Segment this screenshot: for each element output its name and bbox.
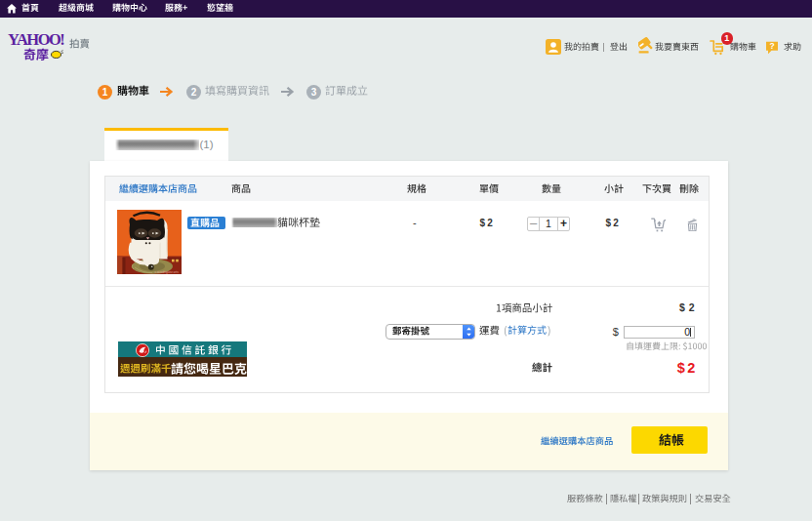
svg-text:c.w.rodriguez arts: c.w.rodriguez arts [155, 270, 180, 274]
svg-text:?: ? [769, 41, 774, 51]
